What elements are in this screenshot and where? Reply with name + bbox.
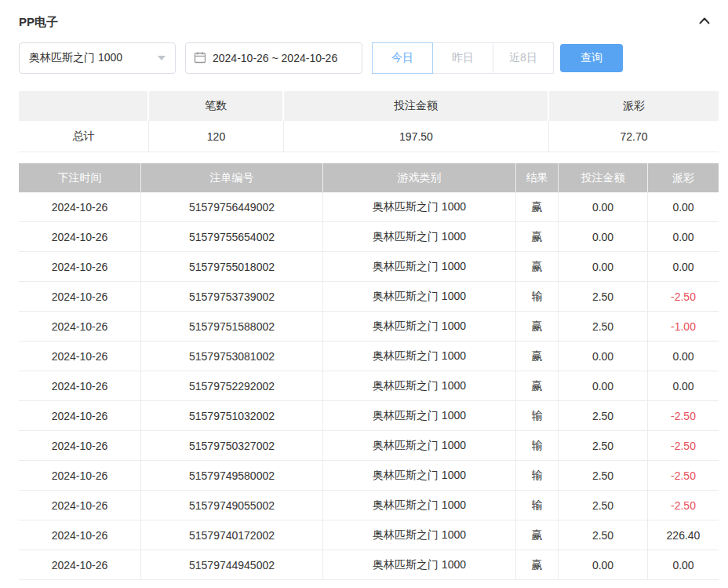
result-cell: 输 bbox=[516, 491, 559, 520]
game-category-cell: 奥林匹斯之门 1000 bbox=[323, 371, 516, 400]
result-cell: 输 bbox=[516, 401, 559, 430]
game-select-value: 奥林匹斯之门 1000 bbox=[29, 51, 122, 65]
bet-time-cell: 2024-10-26 bbox=[19, 371, 141, 400]
result-cell: 赢 bbox=[516, 252, 559, 281]
date-range-value: 2024-10-26 ~ 2024-10-26 bbox=[213, 52, 337, 64]
bet-time-cell: 2024-10-26 bbox=[19, 550, 141, 579]
bet-id-cell: 51579750327002 bbox=[141, 431, 323, 460]
bet-id-cell: 51579753081002 bbox=[141, 341, 323, 371]
bet-time-cell: 2024-10-26 bbox=[19, 431, 141, 460]
bet-id-cell: 51579755654002 bbox=[141, 222, 323, 251]
table-row: 2024-10-26 51579753739002 奥林匹斯之门 1000 输 … bbox=[19, 282, 719, 312]
bet-id-cell: 51579744945002 bbox=[141, 550, 323, 579]
game-category-cell: 奥林匹斯之门 1000 bbox=[323, 282, 516, 311]
game-category-cell: 奥林匹斯之门 1000 bbox=[323, 520, 516, 550]
bet-id-cell: 51579755018002 bbox=[141, 252, 323, 281]
calendar-icon bbox=[194, 51, 206, 66]
payout-cell: -2.50 bbox=[648, 491, 719, 520]
table-row: 2024-10-26 51579740172002 奥林匹斯之门 1000 赢 … bbox=[19, 520, 719, 550]
summary-table: 笔数 投注金额 派彩 总计 120 197.50 72.70 bbox=[19, 91, 719, 152]
pp-electronic-panel: PP电子 奥林匹斯之门 1000 2024-10-26 ~ 2024-10-26… bbox=[0, 0, 728, 580]
game-category-cell: 奥林匹斯之门 1000 bbox=[323, 222, 516, 251]
summary-header-payout: 派彩 bbox=[549, 91, 719, 121]
result-cell: 输 bbox=[516, 461, 559, 490]
bet-time-cell: 2024-10-26 bbox=[19, 491, 141, 520]
collapse-panel-button[interactable] bbox=[697, 14, 712, 30]
summary-total-label: 总计 bbox=[19, 121, 149, 152]
result-cell: 赢 bbox=[516, 192, 559, 221]
last-8-days-button[interactable]: 近8日 bbox=[493, 42, 554, 74]
summary-header-bet-amount: 投注金额 bbox=[284, 91, 549, 121]
bet-table-header-row: 下注时间 注单编号 游戏类别 结果 投注金额 派彩 bbox=[19, 163, 719, 192]
bet-time-cell: 2024-10-26 bbox=[19, 401, 141, 430]
bet-amount-cell: 2.50 bbox=[559, 491, 648, 520]
result-cell: 输 bbox=[516, 431, 559, 460]
summary-header-row: 笔数 投注金额 派彩 bbox=[19, 91, 719, 121]
table-row: 2024-10-26 51579749055002 奥林匹斯之门 1000 输 … bbox=[19, 491, 719, 520]
game-category-cell: 奥林匹斯之门 1000 bbox=[323, 252, 516, 281]
game-category-cell: 奥林匹斯之门 1000 bbox=[323, 550, 516, 579]
result-cell: 赢 bbox=[516, 222, 559, 251]
game-category-cell: 奥林匹斯之门 1000 bbox=[323, 312, 516, 341]
panel-title: PP电子 bbox=[19, 15, 58, 30]
payout-cell: -2.50 bbox=[648, 461, 719, 490]
bet-id-cell: 51579753739002 bbox=[141, 282, 323, 311]
payout-cell: 0.00 bbox=[648, 371, 719, 400]
payout-cell: 0.00 bbox=[648, 192, 719, 221]
table-row: 2024-10-26 51579755018002 奥林匹斯之门 1000 赢 … bbox=[19, 252, 719, 282]
result-cell: 赢 bbox=[516, 371, 559, 400]
bet-amount-cell: 0.00 bbox=[559, 341, 648, 371]
summary-total-row: 总计 120 197.50 72.70 bbox=[19, 121, 719, 152]
game-category-cell: 奥林匹斯之门 1000 bbox=[323, 192, 516, 221]
bet-header-payout: 派彩 bbox=[648, 163, 719, 192]
date-range-picker[interactable]: 2024-10-26 ~ 2024-10-26 bbox=[185, 42, 362, 74]
table-row: 2024-10-26 51579744945002 奥林匹斯之门 1000 赢 … bbox=[19, 550, 719, 580]
bet-amount-cell: 2.50 bbox=[559, 312, 648, 341]
payout-cell: -2.50 bbox=[648, 282, 719, 311]
summary-total-payout: 72.70 bbox=[549, 121, 719, 152]
bet-id-cell: 51579749055002 bbox=[141, 491, 323, 520]
table-row: 2024-10-26 51579756449002 奥林匹斯之门 1000 赢 … bbox=[19, 192, 719, 222]
table-row: 2024-10-26 51579755654002 奥林匹斯之门 1000 赢 … bbox=[19, 222, 719, 252]
bet-header-bet-id: 注单编号 bbox=[141, 163, 323, 192]
bet-id-cell: 51579740172002 bbox=[141, 520, 323, 550]
payout-cell: -2.50 bbox=[648, 401, 719, 430]
bet-time-cell: 2024-10-26 bbox=[19, 252, 141, 281]
bet-header-amount: 投注金额 bbox=[559, 163, 648, 192]
bet-id-cell: 51579749580002 bbox=[141, 461, 323, 490]
bet-time-cell: 2024-10-26 bbox=[19, 520, 141, 550]
bet-id-cell: 51579751588002 bbox=[141, 312, 323, 341]
table-row: 2024-10-26 51579750327002 奥林匹斯之门 1000 输 … bbox=[19, 431, 719, 461]
search-button[interactable]: 查询 bbox=[560, 44, 623, 72]
game-category-cell: 奥林匹斯之门 1000 bbox=[323, 341, 516, 371]
yesterday-button[interactable]: 昨日 bbox=[432, 42, 493, 74]
table-row: 2024-10-26 51579751588002 奥林匹斯之门 1000 赢 … bbox=[19, 312, 719, 341]
caret-down-icon bbox=[158, 56, 166, 60]
game-select[interactable]: 奥林匹斯之门 1000 bbox=[19, 42, 176, 74]
bet-header-result: 结果 bbox=[516, 163, 559, 192]
today-button[interactable]: 今日 bbox=[372, 42, 433, 74]
payout-cell: 0.00 bbox=[648, 341, 719, 371]
bet-amount-cell: 0.00 bbox=[559, 550, 648, 579]
bet-amount-cell: 2.50 bbox=[559, 431, 648, 460]
payout-cell: -2.50 bbox=[648, 431, 719, 460]
bet-amount-cell: 0.00 bbox=[559, 371, 648, 400]
game-category-cell: 奥林匹斯之门 1000 bbox=[323, 401, 516, 430]
bet-amount-cell: 2.50 bbox=[559, 401, 648, 430]
table-row: 2024-10-26 51579751032002 奥林匹斯之门 1000 输 … bbox=[19, 401, 719, 431]
bet-time-cell: 2024-10-26 bbox=[19, 461, 141, 490]
filter-bar: 奥林匹斯之门 1000 2024-10-26 ~ 2024-10-26 今日 昨… bbox=[19, 42, 719, 74]
game-category-cell: 奥林匹斯之门 1000 bbox=[323, 461, 516, 490]
bet-time-cell: 2024-10-26 bbox=[19, 222, 141, 251]
result-cell: 赢 bbox=[516, 341, 559, 371]
result-cell: 赢 bbox=[516, 312, 559, 341]
panel-header: PP电子 bbox=[19, 13, 719, 31]
bet-time-cell: 2024-10-26 bbox=[19, 282, 141, 311]
bet-time-cell: 2024-10-26 bbox=[19, 192, 141, 221]
payout-cell: 0.00 bbox=[648, 550, 719, 579]
bet-id-cell: 51579752292002 bbox=[141, 371, 323, 400]
bet-amount-cell: 2.50 bbox=[559, 461, 648, 490]
bet-id-cell: 51579751032002 bbox=[141, 401, 323, 430]
game-category-cell: 奥林匹斯之门 1000 bbox=[323, 431, 516, 460]
game-category-cell: 奥林匹斯之门 1000 bbox=[323, 491, 516, 520]
